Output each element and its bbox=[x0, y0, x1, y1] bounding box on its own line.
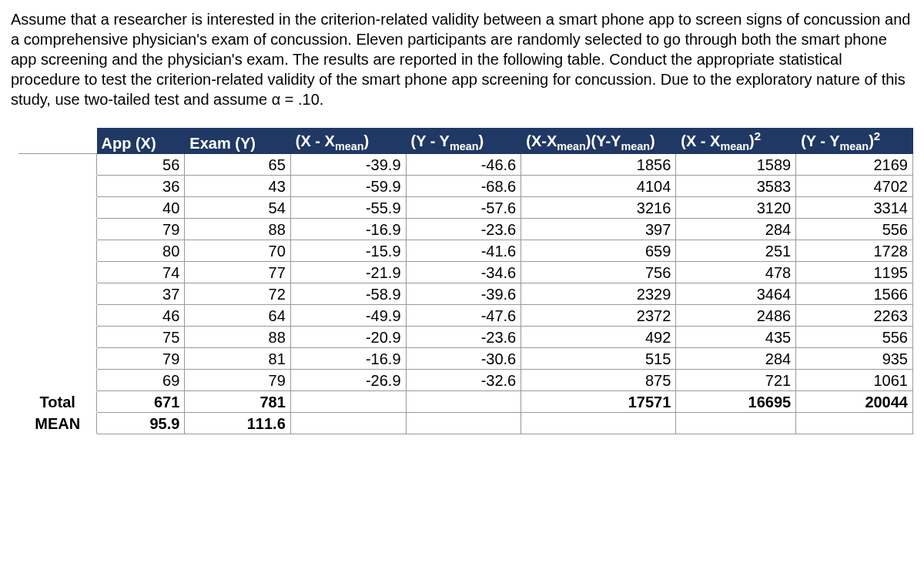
cell-x: 80 bbox=[96, 240, 185, 261]
cell-x: 36 bbox=[96, 175, 185, 196]
table-row: 6979-26.9-32.68757211061 bbox=[19, 369, 913, 390]
cell-y: 72 bbox=[185, 283, 290, 304]
mean-blank bbox=[290, 412, 406, 434]
cell-x-dev-sq: 3464 bbox=[676, 283, 796, 304]
header-row: App (X) Exam (Y) (X - Xmean) (Y - Ymean)… bbox=[19, 129, 913, 154]
cell-x-dev-sq: 3120 bbox=[676, 196, 796, 218]
cell-x: 46 bbox=[96, 304, 185, 326]
cell-cross: 397 bbox=[521, 218, 676, 240]
cell-y-dev-sq: 1566 bbox=[796, 283, 913, 304]
cell-x-dev-sq: 284 bbox=[676, 347, 796, 369]
total-x-dev-sq: 16695 bbox=[676, 390, 796, 412]
mean-y: 111.6 bbox=[185, 412, 290, 434]
cell-x: 74 bbox=[96, 261, 185, 283]
total-blank bbox=[290, 390, 406, 412]
total-x: 671 bbox=[96, 390, 185, 412]
cell-y: 81 bbox=[185, 347, 290, 369]
mean-blank bbox=[796, 412, 913, 434]
cell-x-dev: -16.9 bbox=[290, 218, 406, 240]
cell-y-dev-sq: 556 bbox=[796, 218, 913, 240]
table-row: 3772-58.9-39.6232934641566 bbox=[19, 283, 913, 304]
mean-row: MEAN95.9111.6 bbox=[19, 412, 913, 434]
cell-x-dev-sq: 721 bbox=[676, 369, 796, 390]
cell-y-dev: -68.6 bbox=[406, 175, 521, 196]
cell-x-dev: -20.9 bbox=[290, 326, 406, 347]
row-label-blank bbox=[19, 347, 97, 369]
mean-blank bbox=[406, 412, 521, 434]
row-label-blank bbox=[19, 175, 97, 196]
header-exam-y: Exam (Y) bbox=[185, 129, 290, 154]
table-row: 7588-20.9-23.6492435556 bbox=[19, 326, 913, 347]
total-blank bbox=[406, 390, 521, 412]
cell-y-dev: -41.6 bbox=[406, 240, 521, 261]
cell-y-dev-sq: 1195 bbox=[796, 261, 913, 283]
cell-x: 40 bbox=[96, 196, 185, 218]
cell-y-dev-sq: 4702 bbox=[796, 175, 913, 196]
total-cross: 17571 bbox=[521, 390, 676, 412]
cell-cross: 2329 bbox=[521, 283, 676, 304]
cell-x-dev: -55.9 bbox=[290, 196, 406, 218]
table-row: 7988-16.9-23.6397284556 bbox=[19, 218, 913, 240]
table-row: 4054-55.9-57.6321631203314 bbox=[19, 196, 913, 218]
cell-y-dev: -23.6 bbox=[406, 326, 521, 347]
header-app-x: App (X) bbox=[96, 129, 185, 154]
cell-x-dev-sq: 251 bbox=[676, 240, 796, 261]
row-label-blank bbox=[19, 326, 97, 347]
cell-x-dev-sq: 435 bbox=[676, 326, 796, 347]
cell-cross: 756 bbox=[521, 261, 676, 283]
table-row: 7981-16.9-30.6515284935 bbox=[19, 347, 913, 369]
cell-y-dev: -57.6 bbox=[406, 196, 521, 218]
cell-y-dev: -30.6 bbox=[406, 347, 521, 369]
header-y-dev-sq: (Y - Ymean)2 bbox=[796, 129, 913, 154]
cell-cross: 2372 bbox=[521, 304, 676, 326]
cell-y-dev: -46.6 bbox=[406, 153, 521, 175]
cell-x-dev-sq: 3583 bbox=[676, 175, 796, 196]
cell-x-dev: -16.9 bbox=[290, 347, 406, 369]
row-label-blank bbox=[19, 369, 97, 390]
mean-x: 95.9 bbox=[96, 412, 185, 434]
cell-x-dev: -21.9 bbox=[290, 261, 406, 283]
total-y: 781 bbox=[185, 390, 290, 412]
cell-y-dev-sq: 556 bbox=[796, 326, 913, 347]
cell-y: 43 bbox=[185, 175, 290, 196]
header-x-dev-sq: (X - Xmean)2 bbox=[676, 129, 796, 154]
cell-x: 69 bbox=[96, 369, 185, 390]
cell-x-dev-sq: 478 bbox=[676, 261, 796, 283]
cell-y: 65 bbox=[185, 153, 290, 175]
cell-y-dev-sq: 2169 bbox=[796, 153, 913, 175]
cell-x-dev: -59.9 bbox=[290, 175, 406, 196]
cell-x-dev: -49.9 bbox=[290, 304, 406, 326]
row-label-blank bbox=[19, 218, 97, 240]
cell-x: 37 bbox=[96, 283, 185, 304]
cell-x-dev: -58.9 bbox=[290, 283, 406, 304]
cell-x: 56 bbox=[96, 153, 185, 175]
mean-label: MEAN bbox=[19, 412, 97, 434]
cell-cross: 659 bbox=[521, 240, 676, 261]
cell-x: 79 bbox=[96, 218, 185, 240]
cell-x: 75 bbox=[96, 326, 185, 347]
cell-x: 79 bbox=[96, 347, 185, 369]
cell-y: 88 bbox=[185, 218, 290, 240]
header-cross-product: (X-Xmean)(Y-Ymean) bbox=[521, 129, 676, 154]
table-row: 5665-39.9-46.6185615892169 bbox=[19, 153, 913, 175]
cell-y-dev: -47.6 bbox=[406, 304, 521, 326]
cell-cross: 1856 bbox=[521, 153, 676, 175]
cell-y-dev-sq: 2263 bbox=[796, 304, 913, 326]
cell-cross: 875 bbox=[521, 369, 676, 390]
cell-y-dev-sq: 1061 bbox=[796, 369, 913, 390]
header-y-dev: (Y - Ymean) bbox=[406, 129, 521, 154]
cell-y: 88 bbox=[185, 326, 290, 347]
cell-x-dev-sq: 2486 bbox=[676, 304, 796, 326]
cell-cross: 515 bbox=[521, 347, 676, 369]
table-row: 3643-59.9-68.6410435834702 bbox=[19, 175, 913, 196]
row-label-blank bbox=[19, 240, 97, 261]
cell-y-dev: -34.6 bbox=[406, 261, 521, 283]
total-row: Total671781175711669520044 bbox=[19, 390, 913, 412]
cell-y-dev-sq: 3314 bbox=[796, 196, 913, 218]
mean-blank bbox=[521, 412, 676, 434]
cell-y-dev-sq: 1728 bbox=[796, 240, 913, 261]
table-row: 8070-15.9-41.66592511728 bbox=[19, 240, 913, 261]
cell-cross: 492 bbox=[521, 326, 676, 347]
cell-x-dev-sq: 1589 bbox=[676, 153, 796, 175]
mean-blank bbox=[676, 412, 796, 434]
